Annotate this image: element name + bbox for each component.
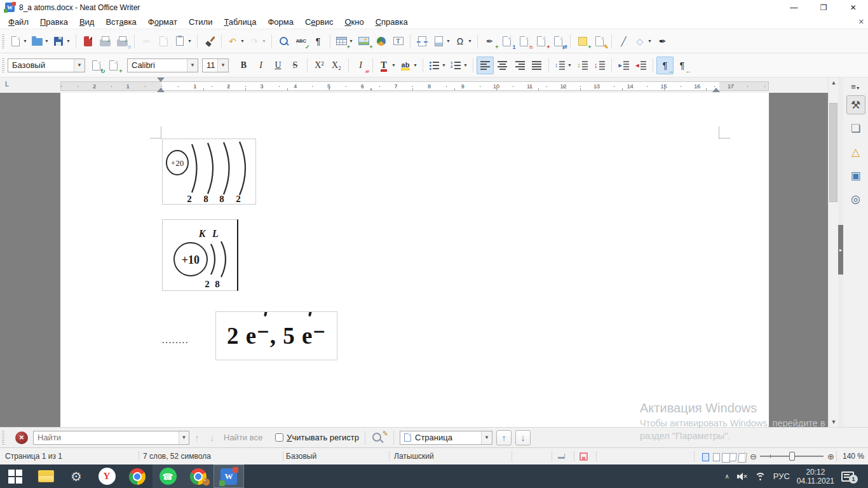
dropdown-arrow-icon[interactable]: ▼: [445, 39, 451, 43]
dropdown-arrow-icon[interactable]: ▼: [22, 39, 28, 43]
close-document-icon[interactable]: ✕: [858, 18, 864, 26]
dropdown-arrow-icon[interactable]: ▼: [187, 39, 193, 43]
vertical-scrollbar[interactable]: ▲ ▼: [828, 78, 838, 427]
italic[interactable]: I: [252, 57, 269, 74]
justify[interactable]: [528, 57, 545, 74]
align-right[interactable]: [511, 57, 528, 74]
decrease-paragraph-spacing[interactable]: ↨: [591, 57, 608, 74]
close-button[interactable]: ✕: [838, 0, 868, 15]
start-button[interactable]: [0, 464, 31, 488]
taskbar-whatsapp[interactable]: ☎: [153, 464, 183, 488]
left-to-right[interactable]: ¶ →: [656, 57, 674, 74]
combo-dropdown-icon[interactable]: ▼: [481, 431, 492, 444]
highlight-color[interactable]: ab ▼: [398, 57, 419, 74]
dotted-answer-line[interactable]: ........: [162, 335, 189, 346]
clear-formatting[interactable]: I ▰: [352, 57, 369, 74]
insert-chart[interactable]: [372, 32, 390, 50]
keyboard-language[interactable]: РУС: [773, 471, 790, 481]
first-line-indent-marker[interactable]: [157, 78, 165, 82]
page-style-status[interactable]: Базовый: [286, 452, 316, 461]
dropdown-arrow-icon[interactable]: ▼: [348, 39, 354, 43]
font-name-combo[interactable]: Calibri ▼: [127, 58, 198, 72]
taskbar-settings[interactable]: ⚙: [61, 464, 92, 488]
find-and-replace[interactable]: [275, 32, 292, 50]
minimize-button[interactable]: —: [779, 0, 809, 15]
menu-insert[interactable]: Вставка: [100, 16, 142, 28]
increase-indent[interactable]: ▸: [615, 57, 632, 74]
document-page[interactable]: +20 2 8 8 2 K L +10 2 8: [60, 93, 769, 427]
zoom-in-icon[interactable]: ⊕: [827, 452, 834, 461]
match-case-checkbox[interactable]: [275, 433, 283, 442]
font-color[interactable]: T ▼: [376, 57, 398, 74]
insert-comment[interactable]: +: [574, 32, 591, 50]
menu-view[interactable]: Вид: [74, 16, 100, 28]
print-preview[interactable]: ○: [114, 32, 131, 50]
redo[interactable]: ↷ ▼: [247, 32, 268, 50]
insert-line[interactable]: ╱: [615, 32, 632, 50]
search-input[interactable]: [37, 433, 179, 442]
taskbar-neat-office[interactable]: W: [214, 464, 244, 488]
export-pdf[interactable]: [79, 32, 97, 50]
dropdown-arrow-icon[interactable]: ▼: [65, 39, 71, 43]
zoom-slider-thumb[interactable]: [789, 452, 795, 461]
draw-functions[interactable]: ✒: [654, 32, 671, 50]
embedded-image-neon-atom[interactable]: K L +10 2 8: [162, 219, 238, 291]
insert-cross-reference[interactable]: ⇄: [550, 32, 567, 50]
multi-page-view-icon[interactable]: [713, 453, 720, 461]
insert-hyperlink[interactable]: ✒ +: [481, 32, 498, 50]
page[interactable]: ❏: [846, 119, 865, 138]
tab-type-selector[interactable]: L: [5, 80, 9, 88]
combo-dropdown-icon[interactable]: ▼: [187, 59, 198, 72]
ordered-list[interactable]: ▼: [448, 57, 470, 74]
taskbar-file-explorer[interactable]: [31, 464, 61, 488]
paragraph-style-combo[interactable]: Базовый ▼: [8, 58, 85, 72]
next-page-button[interactable]: ↓: [515, 430, 531, 445]
decrease-indent[interactable]: ◂: [632, 57, 649, 74]
align-center[interactable]: [494, 57, 511, 74]
dropdown-arrow-icon[interactable]: ▼: [647, 39, 653, 43]
underline[interactable]: U: [269, 57, 287, 74]
volume-muted-icon[interactable]: ✕: [736, 472, 748, 481]
scroll-down-icon[interactable]: ▼: [829, 417, 839, 427]
insert-bookmark[interactable]: +: [532, 32, 550, 50]
styles[interactable]: △: [846, 142, 865, 161]
subscript[interactable]: X₂: [328, 57, 345, 74]
zoom-out-icon[interactable]: ⊖: [750, 452, 757, 461]
insert-image[interactable]: +: [355, 32, 372, 50]
language-status[interactable]: Латышский: [394, 452, 434, 461]
properties[interactable]: ⚒: [846, 95, 865, 114]
menu-tools[interactable]: Сервис: [299, 16, 339, 28]
find-and-replace-icon[interactable]: ✎: [371, 431, 388, 445]
copy[interactable]: [155, 32, 172, 50]
find-all-button[interactable]: Найти все: [224, 433, 262, 442]
strikethrough[interactable]: S: [287, 57, 304, 74]
navigate-by-combo[interactable]: Страница ▼: [400, 431, 492, 445]
insert-page-break[interactable]: [414, 32, 431, 50]
maximize-button[interactable]: ❐: [809, 0, 839, 15]
dropdown-arrow-icon[interactable]: ▼: [391, 63, 397, 67]
menu-window[interactable]: Окно: [339, 16, 369, 28]
search-combo[interactable]: ▼: [33, 431, 189, 445]
undo[interactable]: ↶ ▼: [225, 32, 247, 50]
combo-dropdown-icon[interactable]: ▼: [217, 59, 228, 72]
menu-edit[interactable]: Правка: [34, 16, 74, 28]
zoom-level-status[interactable]: 140 %: [843, 452, 864, 461]
menu-help[interactable]: Справка: [370, 16, 414, 28]
dropdown-arrow-icon[interactable]: ▼: [412, 63, 418, 67]
basic-shapes[interactable]: ◇ ▼: [632, 32, 654, 50]
sidebar-collapse-handle[interactable]: ▸: [838, 78, 843, 427]
insert-textbox[interactable]: T: [390, 32, 407, 50]
insert-endnote[interactable]: n: [515, 32, 532, 50]
combo-dropdown-icon[interactable]: ▼: [179, 431, 189, 444]
close-find-bar-icon[interactable]: ✕: [15, 431, 28, 444]
spelling[interactable]: ABC ✓: [292, 32, 309, 50]
dropdown-arrow-icon[interactable]: ▼: [463, 63, 468, 67]
toolbar-grip[interactable]: [2, 34, 4, 48]
previous-page-button[interactable]: ↑: [496, 430, 512, 445]
bold[interactable]: B: [235, 57, 252, 74]
update-style[interactable]: ↻: [88, 57, 105, 74]
left-indent-marker[interactable]: [157, 88, 165, 92]
menu-file[interactable]: Файл: [3, 16, 34, 28]
match-case-option[interactable]: Учитывать регистр: [275, 433, 359, 442]
dropdown-arrow-icon[interactable]: ▼: [44, 39, 50, 43]
